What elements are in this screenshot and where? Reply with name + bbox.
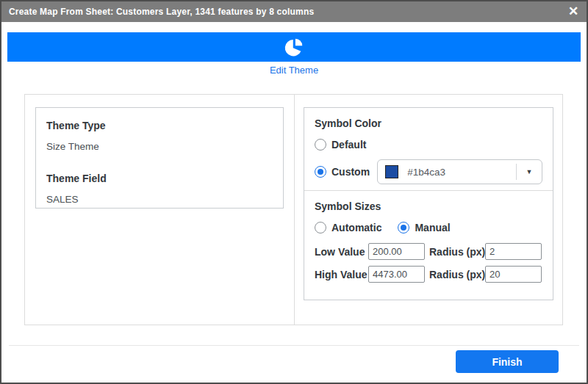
low-radius-label: Radius (px) <box>429 246 481 258</box>
low-value-label: Low Value <box>315 246 364 258</box>
size-mode-radios: Automatic Manual <box>315 222 542 233</box>
radio-manual[interactable]: Manual <box>398 222 450 233</box>
radio-default[interactable]: Default <box>315 139 542 151</box>
high-radius-label: Radius (px) <box>429 269 481 280</box>
symbol-settings-box: Symbol Color Default Custom #1b4ca3 <box>304 107 553 300</box>
pie-chart-icon <box>283 36 305 58</box>
create-map-dialog: Create Map From Sheet: Customers Layer, … <box>0 0 588 384</box>
low-radius-input[interactable] <box>485 243 542 260</box>
symbol-sizes-heading: Symbol Sizes <box>315 200 542 212</box>
radio-automatic-label: Automatic <box>331 222 381 233</box>
dialog-title: Create Map From Sheet: Customers Layer, … <box>9 7 314 17</box>
symbol-color-section: Symbol Color Default Custom #1b4ca3 <box>304 108 553 191</box>
symbol-settings-column: Symbol Color Default Custom #1b4ca3 <box>295 95 562 325</box>
radio-circle-automatic[interactable] <box>315 222 326 233</box>
theme-summary-column: Theme Type Size Theme Theme Field SALES <box>25 95 295 325</box>
custom-color-dropdown[interactable]: #1b4ca3 ▼ <box>377 159 542 184</box>
color-swatch <box>385 165 398 178</box>
theme-summary-box: Theme Type Size Theme Theme Field SALES <box>35 107 284 209</box>
size-fields-grid: Low Value Radius (px) High Value Radius … <box>315 243 542 283</box>
color-hex-value: #1b4ca3 <box>407 167 516 178</box>
radio-manual-label: Manual <box>415 222 450 233</box>
theme-field-label: Theme Field <box>46 173 273 184</box>
radio-custom[interactable]: Custom <box>315 166 370 178</box>
chevron-down-icon[interactable]: ▼ <box>517 168 542 175</box>
symbol-color-heading: Symbol Color <box>315 117 542 129</box>
radio-custom-label: Custom <box>331 166 370 178</box>
theme-type-label: Theme Type <box>46 120 273 131</box>
content-container: Theme Type Size Theme Theme Field SALES … <box>24 94 563 325</box>
footer-divider <box>9 345 579 346</box>
dialog-titlebar: Create Map From Sheet: Customers Layer, … <box>1 1 587 22</box>
theme-field-value: SALES <box>46 194 273 205</box>
edit-theme-link[interactable]: Edit Theme <box>1 65 587 76</box>
high-value-label: High Value <box>315 269 364 280</box>
radio-circle-manual[interactable] <box>398 222 409 233</box>
theme-banner <box>7 32 581 62</box>
high-radius-input[interactable] <box>485 266 542 283</box>
high-value-input[interactable] <box>368 266 425 283</box>
radio-automatic[interactable]: Automatic <box>315 222 381 233</box>
low-value-input[interactable] <box>368 243 425 260</box>
radio-circle-default[interactable] <box>315 139 326 151</box>
symbol-sizes-section: Symbol Sizes Automatic Manual Low Value <box>304 191 553 300</box>
radio-default-label: Default <box>331 139 366 151</box>
custom-color-row: Custom #1b4ca3 ▼ <box>315 159 542 184</box>
radio-circle-custom[interactable] <box>315 166 326 178</box>
theme-type-value: Size Theme <box>46 141 273 152</box>
finish-button[interactable]: Finish <box>456 350 559 373</box>
close-icon[interactable]: ✕ <box>564 3 582 21</box>
